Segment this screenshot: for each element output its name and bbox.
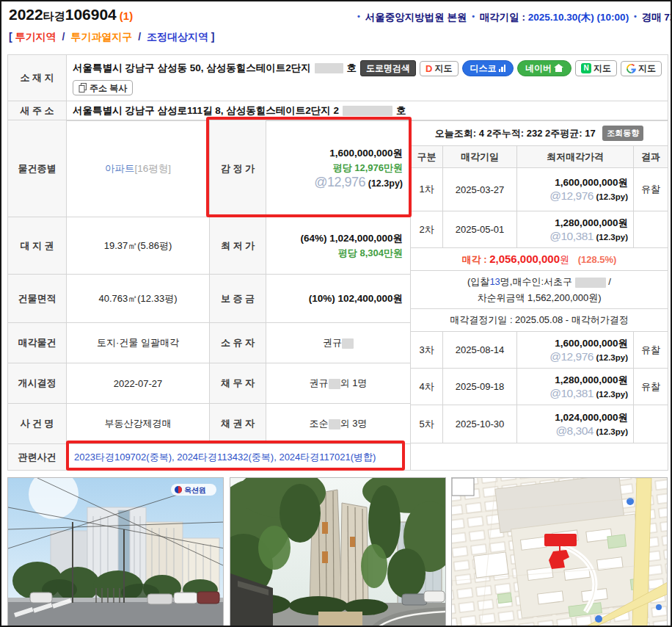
appraisal-at-value: @12,976 (314, 175, 365, 189)
google-icon (627, 64, 636, 73)
copy-address-button[interactable]: 주소 복사 (73, 80, 133, 95)
price-value: 1,600,000,000원 (517, 337, 628, 350)
py-value: (12.3py) (596, 427, 628, 436)
date-value: 2025-03-27 (443, 168, 517, 211)
bar-chart-icon (499, 65, 506, 72)
creditor-value: 조순 (310, 418, 329, 429)
bullet-icon: • (357, 12, 360, 21)
today-views-label: 오늘조회: (435, 128, 476, 139)
appraisal-label: 감 정 가 (210, 120, 266, 217)
redacted-text (575, 278, 606, 288)
sale-date: 2025.10.30(木) (10:00) (528, 12, 629, 23)
py-value: (12.3py) (596, 353, 628, 362)
appraisal-price: 1,600,000,000원 (266, 147, 403, 160)
view-trend-button[interactable]: 조회동향 (602, 126, 643, 141)
daum-map-label: 지도 (435, 64, 453, 73)
schedule-row: 4차 2025-09-18 1,280,000,000원@10,381 (12.… (411, 369, 668, 405)
auction-schedule-table: 오늘조회: 4 2주누적: 232 2주평균: 17 조회동향 구분 매각기일 … (410, 120, 668, 471)
appraisal-per-pyeong: 평당 12,976만원 (266, 162, 403, 175)
type-label: 물건종별 (8, 120, 67, 217)
schedule-row: 1차 2025-03-27 1,600,000,000원@12,976 (12.… (411, 168, 668, 211)
case-name-value: 부동산강제경매 (67, 404, 210, 444)
copy-icon (78, 83, 87, 93)
sale-amount: 2,056,000,000 (489, 253, 560, 265)
road-name-search-button[interactable]: 도로명검색 (360, 60, 416, 76)
bracket: ] (211, 31, 215, 43)
naver-icon: N (581, 63, 591, 73)
sale-percent: (128.5%) (578, 254, 617, 265)
house-icon (554, 64, 563, 73)
court-info: • 서울중앙지방법원 본원 • 매각기일 : 2025.10.30(木) (10… (355, 11, 672, 24)
daum-map-button[interactable]: D지도 (420, 61, 458, 76)
round-value: 5차 (411, 405, 443, 443)
price-value: 1,280,000,000원 (517, 217, 628, 230)
property-map[interactable] (451, 477, 668, 627)
bid-second-price: 차순위금액 1,562,200,000원) (411, 290, 668, 305)
slash: / (608, 276, 611, 287)
result-value (634, 211, 668, 248)
empty-row (411, 443, 668, 471)
case-index: (1) (120, 10, 133, 22)
result-value: 유찰 (634, 369, 668, 405)
naver-map-label: 지도 (594, 64, 611, 73)
py-value: (12.3py) (596, 233, 628, 242)
disco-button[interactable]: 디스코 (462, 60, 514, 76)
related-cases-label: 관련사건 (8, 444, 67, 471)
creditor-label: 채 권 자 (210, 404, 266, 444)
twoweek-avg-label: 2주평균: (545, 128, 582, 139)
tag-overheated-zone: 투기과열지구 (70, 31, 132, 43)
result-value (634, 405, 668, 443)
land-right-label: 대 지 권 (8, 217, 67, 275)
naver-button[interactable]: 네이버 (517, 60, 571, 76)
sale-object-value: 토지·건물 일괄매각 (67, 323, 210, 363)
round-value: 1차 (411, 168, 443, 211)
bid-info-row: (입찰13명,매수인:서초구 / 차순위금액 1,562,200,000원) (411, 271, 668, 309)
date-value: 2025-09-18 (443, 369, 517, 405)
at-value: @12,976 (549, 189, 594, 202)
photo-street-view: 옥션원 (8, 478, 224, 627)
property-photo-1[interactable]: 옥션원 (7, 477, 224, 627)
round-value: 3차 (411, 332, 443, 369)
redacted-text (315, 63, 343, 73)
debtor-value: 권규 (310, 377, 329, 388)
date-value: 2025-10-30 (443, 405, 517, 443)
min-per-pyeong: 평당 8,304만원 (266, 247, 403, 260)
google-map-button[interactable]: 지도 (621, 61, 662, 76)
map-view (452, 478, 668, 627)
daum-icon: D (426, 64, 432, 73)
new-address-suffix: 호 (396, 104, 406, 117)
bracket: [ (9, 31, 12, 43)
at-value: @8,304 (555, 424, 594, 437)
owner-value: 권규 (323, 337, 342, 348)
at-value: @10,381 (549, 230, 594, 242)
bid-count: 13 (489, 276, 500, 287)
separator: / (62, 31, 65, 43)
property-detail-table: 물건종별 아파트[16평형] 감 정 가 1,600,000,000원 평당 1… (7, 120, 411, 471)
round-value: 2차 (411, 211, 443, 248)
property-photo-2[interactable] (230, 477, 446, 627)
price-value: 1,024,000,000원 (517, 411, 628, 424)
min-price: (64%) 1,024,000,000원 (266, 232, 403, 245)
sale-object-label: 매각물건 (8, 323, 67, 363)
new-address-label: 새 주 소 (8, 101, 67, 121)
price-value: 1,600,000,000원 (517, 176, 628, 189)
creditor-extra: 외 3명 (340, 418, 368, 429)
schedule-row: 2차 2025-05-01 1,280,000,000원@10,381 (12.… (411, 211, 668, 248)
naver-map-button[interactable]: N지도 (575, 60, 617, 76)
address-suffix: 호 (347, 62, 357, 75)
page-title: 2022타경106904(1) (9, 6, 133, 23)
py-value: (12.3py) (596, 390, 628, 399)
min-price-label: 최 저 가 (210, 217, 266, 275)
property-address: 서울특별시 강남구 삼성동 50, 삼성동힐스테이트2단지 (73, 62, 311, 75)
redacted-text (329, 379, 340, 389)
sale-won: 원 (560, 254, 569, 265)
sale-date-label: 매각기일 : (480, 12, 525, 23)
round-value: 4차 (411, 369, 443, 405)
decision-date-row: 매각결정기일 : 2025.05.08 - 매각허가결정 (411, 309, 668, 332)
schedule-row: 3차 2025-08-14 1,600,000,000원@12,976 (12.… (411, 332, 668, 369)
property-type[interactable]: 아파트 (105, 163, 135, 174)
related-cases-links[interactable]: 2023타경109702(중복), 2024타경113432(중복), 2024… (74, 452, 376, 463)
twoweek-avg-value: 17 (585, 128, 595, 139)
twoweek-total-label: 2주누적: (487, 128, 525, 139)
col-header-date: 매각기일 (443, 146, 517, 168)
